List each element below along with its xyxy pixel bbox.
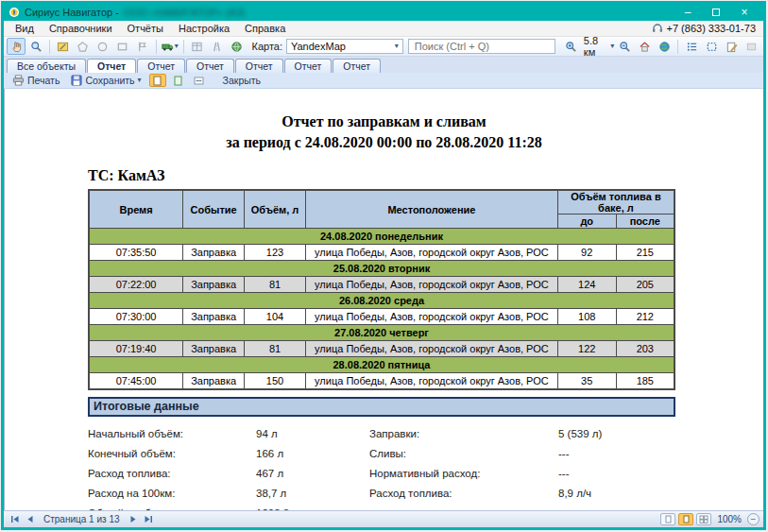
table-cell: 35: [557, 373, 616, 389]
table-cell: 123: [245, 245, 306, 261]
vehicle-button[interactable]: ▾: [161, 38, 179, 55]
zoom-percent: 100%: [717, 514, 742, 524]
window-controls: – ×: [674, 4, 759, 21]
pan-tool-button[interactable]: [7, 38, 26, 55]
totals-label-left: Конечный объём:: [88, 448, 256, 459]
print-button[interactable]: Печать: [9, 74, 63, 87]
col-header-before: до: [557, 215, 616, 229]
report-toolbar: Печать Сохранить ▾ Закрыть: [4, 73, 763, 89]
fuel-events-table: Время Событие Объём, л Местоположение Об…: [88, 189, 675, 390]
circle-tool-button[interactable]: [94, 38, 112, 55]
totals-heading: Итоговые данные: [88, 397, 675, 417]
table-row: 07:30:00Заправка104улица Победы, Азов, г…: [89, 309, 674, 325]
totals-value-right: 8,9 л/ч: [558, 488, 675, 499]
app-window: Сириус Навигатор - ООО «НАВИГАТОР» (АЗ) …: [1, 1, 766, 530]
tab-2[interactable]: Отчет: [137, 59, 185, 73]
table-cell: 07:45:00: [89, 373, 183, 389]
scale-value: 5.8 км: [584, 35, 607, 58]
edit-map-button[interactable]: [54, 38, 73, 55]
driver-globe-button[interactable]: [227, 38, 246, 55]
status-bar: Страница 1 из 13 100% −: [4, 510, 763, 527]
totals-label-left: Расход на 100км:: [88, 488, 256, 499]
menu-item-1[interactable]: Справочники: [42, 22, 120, 35]
home-button[interactable]: [635, 38, 654, 55]
single-page-view-button[interactable]: [149, 74, 166, 87]
table-cell: 07:22:00: [89, 277, 183, 293]
statusbar-multi-page-button[interactable]: [696, 513, 711, 525]
track-button[interactable]: [207, 38, 226, 55]
totals-label-left: Расход топлива:: [88, 468, 256, 479]
scale-dropdown-arrow[interactable]: ▾: [610, 43, 614, 50]
report-page: Отчет по заправкам и сливам за период с …: [4, 89, 763, 510]
prev-page-button[interactable]: [23, 513, 38, 526]
next-page-button[interactable]: [126, 513, 141, 526]
window-title: Сириус Навигатор -: [25, 7, 119, 18]
table-cell: улица Победы, Азов, городской округ Азов…: [305, 373, 557, 389]
table-cell: 07:35:50: [89, 245, 183, 261]
tab-3[interactable]: Отчет: [186, 59, 234, 73]
page-indicator: Страница 1 из 13: [43, 514, 120, 524]
totals-label-left: Начальный объём:: [88, 428, 256, 439]
save-label: Сохранить: [85, 75, 134, 86]
menu-item-0[interactable]: Вид: [8, 22, 42, 35]
table-cell: 92: [557, 245, 616, 261]
minimize-button[interactable]: –: [674, 4, 702, 21]
menu-item-2[interactable]: Отчёты: [120, 22, 171, 35]
tab-1-active[interactable]: Отчет: [87, 59, 136, 73]
day-header-row: 24.08.2020 понедельник: [89, 229, 674, 245]
close-button[interactable]: ×: [730, 4, 759, 21]
tab-6[interactable]: Отчет: [333, 59, 381, 73]
phone-number: +7 (863) 333-01-73: [667, 23, 756, 34]
tab-4[interactable]: Отчет: [235, 59, 283, 73]
vehicle-heading: ТС: КамАЗ: [88, 167, 763, 184]
close-report-button[interactable]: Закрыть: [219, 74, 265, 87]
table-cell: 07:30:00: [89, 309, 183, 325]
fit-page-view-button[interactable]: [170, 74, 187, 87]
zoom-out-slider-button[interactable]: −: [747, 513, 759, 525]
day-header-cell: 24.08.2020 понедельник: [89, 229, 674, 245]
totals-value-right: 5 (539 л): [558, 428, 675, 439]
last-page-button[interactable]: [141, 513, 156, 526]
col-header-location: Местоположение: [305, 190, 557, 229]
flag-tool-button[interactable]: [133, 38, 152, 55]
table-row: 07:22:00Заправка81улица Победы, Азов, го…: [89, 277, 674, 293]
polygon-tool-button[interactable]: [74, 38, 93, 55]
table-cell: улица Победы, Азов, городской округ Азов…: [305, 309, 557, 325]
tab-0[interactable]: Все объекты: [7, 59, 86, 73]
globe-button[interactable]: [655, 38, 674, 55]
print-label: Печать: [27, 75, 60, 86]
tab-5[interactable]: Отчет: [284, 59, 333, 73]
table-cell: 215: [616, 245, 674, 261]
table-header-row: Время Событие Объём, л Местоположение Об…: [89, 190, 674, 215]
map-select[interactable]: YandexMap ▾: [286, 39, 403, 54]
maximize-button[interactable]: [702, 4, 730, 21]
menu-item-4[interactable]: Справка: [237, 22, 293, 35]
save-dropdown-arrow[interactable]: ▾: [138, 77, 142, 84]
list-button[interactable]: [682, 38, 701, 55]
menu-item-3[interactable]: Настройка: [171, 22, 237, 35]
save-button[interactable]: Сохранить ▾: [67, 74, 145, 87]
select-area-button[interactable]: [702, 38, 721, 55]
fit-width-view-button[interactable]: [191, 74, 208, 87]
table-cell: Заправка: [183, 373, 245, 389]
totals-value-left: 38,7 л: [256, 488, 369, 499]
first-page-button[interactable]: [8, 513, 23, 526]
rectangle-tool-button[interactable]: [113, 38, 132, 55]
col-header-event: Событие: [183, 190, 245, 229]
zoom-out-button[interactable]: [615, 38, 634, 55]
zoom-tool-button[interactable]: [26, 38, 45, 55]
toolbar-separator: [183, 40, 184, 54]
map-select-arrow: ▾: [395, 43, 399, 50]
table-cell: Заправка: [183, 245, 245, 261]
table-cell: Заправка: [183, 309, 245, 325]
totals-value-left: 94 л: [256, 428, 369, 439]
table-view-button[interactable]: [187, 38, 206, 55]
zoom-in-button[interactable]: [562, 38, 581, 55]
statusbar-single-page-button[interactable]: [660, 513, 675, 525]
edit-note-button[interactable]: [722, 38, 741, 55]
save-icon: [71, 75, 82, 86]
support-phone: +7 (863) 333-01-73: [652, 23, 759, 34]
table-cell: 205: [616, 277, 674, 293]
statusbar-fit-page-button[interactable]: [678, 513, 693, 525]
search-input[interactable]: [408, 39, 555, 54]
